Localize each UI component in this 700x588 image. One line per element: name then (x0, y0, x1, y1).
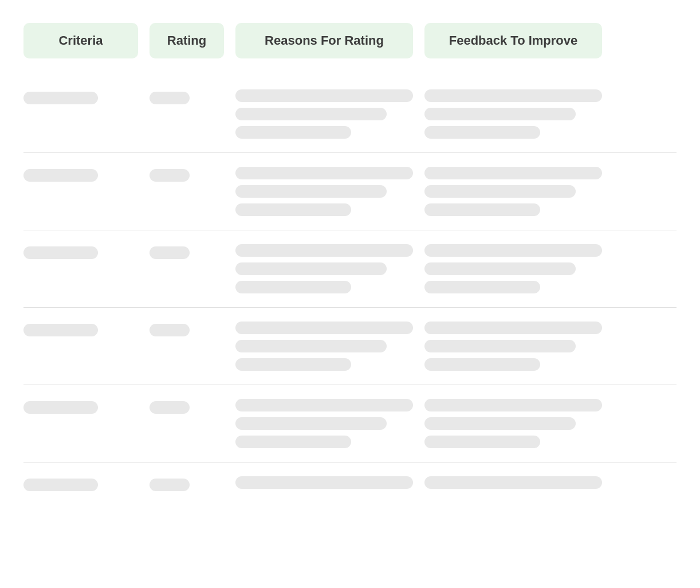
criteria-skeleton (23, 246, 98, 259)
reasons-skeleton-1 (235, 399, 413, 411)
feedback-skeleton-1 (424, 476, 602, 489)
rating-skeleton (150, 92, 190, 104)
rating-skeleton (150, 169, 190, 182)
rating-cell (150, 322, 224, 336)
rating-header: Rating (150, 23, 224, 58)
table-row (23, 462, 677, 505)
criteria-cell (23, 399, 138, 414)
reasons-skeleton-3 (235, 436, 351, 448)
reasons-skeleton-1 (235, 476, 413, 489)
feedback-skeleton-2 (424, 417, 576, 430)
reasons-skeleton-1 (235, 322, 413, 334)
feedback-skeleton-1 (424, 322, 602, 334)
reasons-skeleton-1 (235, 167, 413, 179)
reasons-skeleton-2 (235, 185, 387, 198)
feedback-skeleton-1 (424, 167, 602, 179)
reasons-skeleton-1 (235, 244, 413, 257)
table-row (23, 308, 677, 385)
reasons-skeleton-2 (235, 340, 387, 352)
criteria-skeleton (23, 401, 98, 414)
feedback-skeleton-3 (424, 358, 540, 371)
reasons-cell (235, 244, 413, 293)
rating-cell (150, 399, 224, 414)
feedback-skeleton-2 (424, 108, 576, 120)
feedback-header-label: Feedback To Improve (434, 33, 593, 48)
reasons-skeleton-3 (235, 203, 351, 216)
reasons-skeleton-3 (235, 358, 351, 371)
rating-header-label: Rating (159, 33, 215, 48)
table-row (23, 230, 677, 308)
header-row: Criteria Rating Reasons For Rating Feedb… (23, 23, 677, 58)
feedback-skeleton-3 (424, 126, 540, 139)
reasons-cell (235, 167, 413, 216)
feedback-cell (424, 89, 602, 139)
reasons-skeleton-2 (235, 108, 387, 120)
criteria-skeleton (23, 479, 98, 491)
feedback-skeleton-2 (424, 185, 576, 198)
rating-cell (150, 167, 224, 182)
feedback-skeleton-1 (424, 89, 602, 102)
feedback-cell (424, 476, 602, 489)
criteria-skeleton (23, 169, 98, 182)
reasons-skeleton-2 (235, 262, 387, 275)
reasons-cell (235, 399, 413, 448)
feedback-skeleton-1 (424, 399, 602, 411)
reasons-cell (235, 89, 413, 139)
reasons-cell (235, 476, 413, 489)
reasons-header-label: Reasons For Rating (245, 33, 404, 48)
feedback-cell (424, 167, 602, 216)
reasons-skeleton-1 (235, 89, 413, 102)
criteria-cell (23, 167, 138, 182)
criteria-cell (23, 89, 138, 104)
main-table: Criteria Rating Reasons For Rating Feedb… (23, 23, 677, 505)
table-row (23, 153, 677, 230)
reasons-skeleton-2 (235, 417, 387, 430)
rating-skeleton (150, 401, 190, 414)
reasons-skeleton-3 (235, 281, 351, 293)
criteria-header: Criteria (23, 23, 138, 58)
criteria-header-label: Criteria (33, 33, 129, 48)
feedback-cell (424, 322, 602, 371)
criteria-cell (23, 244, 138, 259)
criteria-skeleton (23, 92, 98, 104)
criteria-cell (23, 322, 138, 336)
table-row (23, 385, 677, 462)
feedback-skeleton-3 (424, 281, 540, 293)
rating-cell (150, 89, 224, 104)
rating-skeleton (150, 324, 190, 336)
reasons-skeleton-3 (235, 126, 351, 139)
feedback-skeleton-3 (424, 436, 540, 448)
data-rows (23, 76, 677, 505)
rating-skeleton (150, 246, 190, 259)
reasons-cell (235, 322, 413, 371)
feedback-cell (424, 244, 602, 293)
feedback-cell (424, 399, 602, 448)
reasons-header: Reasons For Rating (235, 23, 413, 58)
feedback-skeleton-3 (424, 203, 540, 216)
rating-skeleton (150, 479, 190, 491)
rating-cell (150, 244, 224, 259)
criteria-cell (23, 476, 138, 491)
feedback-skeleton-2 (424, 262, 576, 275)
feedback-header: Feedback To Improve (424, 23, 602, 58)
criteria-skeleton (23, 324, 98, 336)
feedback-skeleton-2 (424, 340, 576, 352)
rating-cell (150, 476, 224, 491)
table-row (23, 76, 677, 153)
feedback-skeleton-1 (424, 244, 602, 257)
